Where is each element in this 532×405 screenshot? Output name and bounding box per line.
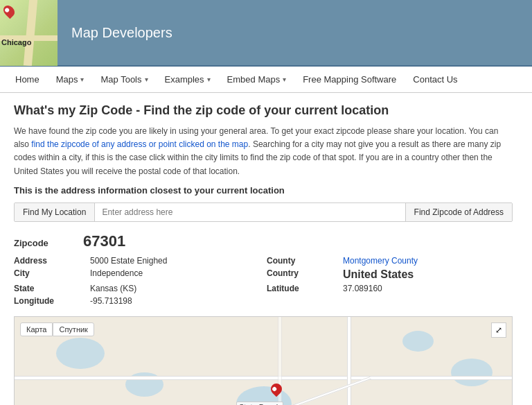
address-search-bar: Find My Location Find Zipcode of Address (14, 203, 513, 222)
address-input[interactable] (95, 203, 405, 221)
header: Chicago Map Developers (0, 0, 532, 67)
location-info-grid: Address 5000 Estate Enighed County Montg… (14, 256, 513, 306)
site-title: Map Developers (71, 25, 172, 41)
embed-maps-caret: ▾ (283, 76, 286, 83)
maps-caret: ▾ (80, 76, 84, 83)
find-zipcode-button[interactable]: Find Zipcode of Address (405, 203, 512, 221)
brand-section: Map Developers (57, 25, 186, 41)
country-value: United States (343, 268, 513, 281)
map-karta-button[interactable]: Карта (20, 322, 53, 336)
nav-home[interactable]: Home (7, 67, 48, 93)
zipcode-value: 67301 (83, 232, 125, 250)
page-title: What's my Zip Code - Find the zip code o… (14, 103, 513, 118)
nav-maps[interactable]: Maps ▾ (48, 67, 93, 93)
state-label: State (14, 284, 83, 293)
state-value: Kansas (KS) (90, 284, 260, 293)
city-value: Independence (90, 268, 260, 281)
find-my-location-button[interactable]: Find My Location (15, 203, 95, 221)
main-nav: Home Maps ▾ Map Tools ▾ Examples ▾ Embed… (0, 67, 532, 93)
nav-free-mapping[interactable]: Free Mapping Software (294, 67, 405, 93)
examples-caret: ▾ (207, 76, 211, 83)
section-subtitle: This is the address information closest … (14, 185, 513, 196)
latitude-value: 37.089160 (343, 284, 513, 293)
map-satellite-button[interactable]: Спутник (53, 322, 94, 336)
nav-embed-maps[interactable]: Embed Maps ▾ (219, 67, 295, 93)
latitude-label: Latitude (267, 284, 336, 293)
city-label: City (14, 268, 83, 281)
find-zipcode-link[interactable]: find the zipcode of any address or point… (31, 139, 248, 149)
county-value: Montgomery County (343, 256, 513, 266)
nav-examples[interactable]: Examples ▾ (157, 67, 219, 93)
map-fullscreen-button[interactable]: ⤢ (491, 322, 506, 338)
zipcode-label: Zipcode (14, 238, 83, 248)
chicago-label: Chicago (1, 38, 31, 46)
longitude-value: -95.713198 (90, 296, 260, 306)
nav-contact[interactable]: Contact Us (405, 67, 466, 93)
map-pin (271, 384, 282, 399)
map-type-controls: Карта Спутник (20, 322, 94, 336)
main-content: What's my Zip Code - Find the zip code o… (0, 93, 526, 405)
county-label: County (267, 256, 336, 266)
map-thumbnail: Chicago (0, 0, 57, 66)
description-text: We have found the zip code you are likel… (14, 125, 513, 178)
longitude-label: Longitude (14, 296, 83, 306)
nav-map-tools[interactable]: Map Tools ▾ (92, 67, 156, 93)
map-area[interactable]: 3900 State Beach Margaret M.Hilgemann, N… (14, 316, 513, 405)
state-beach-label: State Beach (236, 402, 283, 405)
country-label: Country (267, 268, 336, 281)
address-label: Address (14, 256, 83, 266)
address-value: 5000 Estate Enighed (90, 256, 260, 266)
map-tools-caret: ▾ (145, 76, 148, 83)
zipcode-row: Zipcode 67301 (14, 232, 513, 250)
